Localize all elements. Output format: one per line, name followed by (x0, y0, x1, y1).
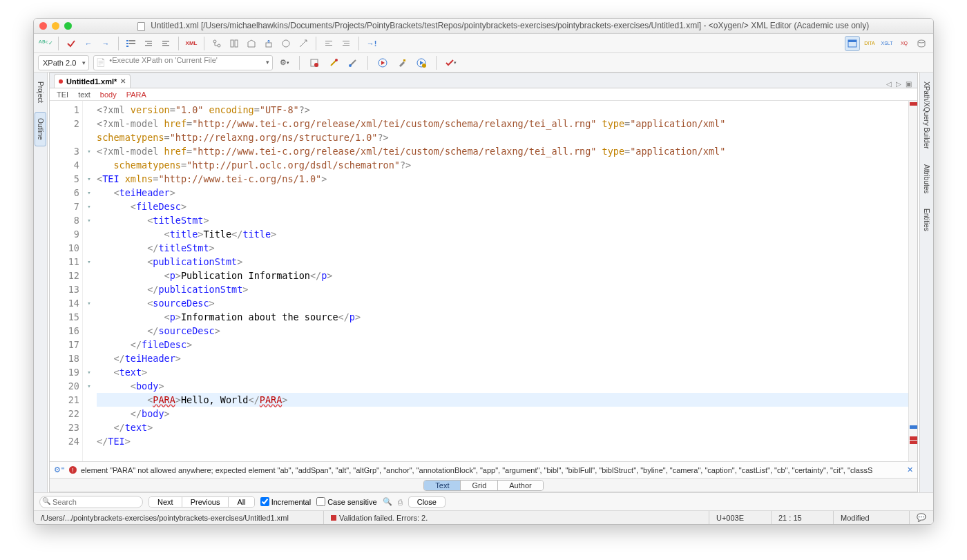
search-input[interactable] (39, 496, 143, 508)
find-close-button[interactable]: Close (408, 496, 446, 508)
fold-toggle (83, 158, 95, 172)
search-icon[interactable]: 🔍 (383, 497, 392, 506)
svg-rect-3 (129, 43, 135, 44)
xpath-builder-rail-tab[interactable]: XPath/XQuery Builder (921, 75, 932, 155)
perspective-db-button[interactable] (914, 36, 929, 51)
svg-rect-8 (162, 41, 169, 42)
forward-button[interactable]: → (98, 36, 113, 51)
view-mode-grid[interactable]: Grid (461, 481, 498, 490)
perspective-xslt-button[interactable]: XSLT (879, 36, 894, 51)
breadcrumb-item[interactable]: TEI (57, 90, 68, 99)
configure-button[interactable] (394, 55, 410, 70)
validation-strip[interactable] (908, 101, 917, 461)
fold-toggle (83, 131, 95, 144)
find-next-button[interactable]: Next (149, 497, 182, 507)
transform-button[interactable] (326, 55, 341, 70)
validation-options-button[interactable]: ▾ (443, 55, 459, 70)
fold-toggle[interactable]: ▾ (83, 186, 95, 200)
archive-button[interactable] (244, 36, 259, 51)
scenario-button[interactable] (307, 55, 322, 70)
format-button[interactable] (321, 36, 336, 51)
spellcheck-button[interactable]: ᴬᴮᶜ✓ (38, 36, 53, 51)
breadcrumb-item[interactable]: PARA (126, 90, 146, 99)
svg-rect-15 (266, 43, 271, 47)
view-mode-author[interactable]: Author (498, 481, 542, 490)
entities-rail-tab[interactable]: Entities (921, 202, 932, 238)
tool-button-2[interactable] (296, 36, 311, 51)
perspective-xml-button[interactable] (845, 36, 860, 51)
svg-point-29 (349, 64, 352, 67)
xml-refactor-button[interactable]: XML (184, 36, 199, 51)
highlight-icon[interactable]: ⎙ (398, 498, 403, 506)
svg-rect-6 (147, 43, 152, 44)
find-all-button[interactable]: All (229, 497, 253, 507)
svg-rect-0 (126, 40, 128, 41)
fold-toggle[interactable]: ▾ (83, 200, 95, 213)
debug-button[interactable] (345, 55, 361, 70)
outdent-button[interactable] (158, 36, 173, 51)
project-rail-tab[interactable]: Project (35, 75, 46, 109)
incremental-checkbox[interactable]: Incremental (260, 497, 311, 506)
status-path: /Users/.../pointybrackets-exercises/poin… (34, 511, 324, 524)
run-locked-button[interactable] (414, 55, 429, 70)
gear-icon[interactable]: ⚙⁼ (54, 465, 65, 474)
titlebar: Untitled1.xml [/Users/michaelhawkins/Doc… (34, 19, 933, 34)
back-button[interactable]: ← (81, 36, 96, 51)
case-sensitive-checkbox[interactable]: Case sensitive (316, 497, 377, 506)
fold-toggle[interactable]: ▾ (83, 144, 95, 158)
close-window-button[interactable] (39, 22, 47, 30)
svg-rect-4 (126, 46, 128, 47)
error-marker-2[interactable] (910, 441, 917, 444)
fold-toggle (83, 407, 95, 421)
perspective-dita-button[interactable]: DITA (862, 36, 877, 51)
generate-button[interactable] (261, 36, 276, 51)
svg-point-12 (218, 44, 220, 47)
close-tab-icon[interactable]: ✕ (120, 77, 126, 85)
compare-button[interactable] (227, 36, 242, 51)
tool-button-1[interactable] (278, 36, 294, 51)
breadcrumb-item[interactable]: body (100, 90, 117, 99)
fold-toggle[interactable]: ▾ (83, 365, 95, 379)
xpath-settings-button[interactable]: ⚙▾ (277, 55, 292, 70)
zoom-window-button[interactable] (64, 22, 72, 30)
perspective-xquery-button[interactable]: XQ (897, 36, 912, 51)
tab-prev-icon[interactable]: ◁ (886, 80, 892, 88)
fold-toggle[interactable]: ▾ (83, 379, 95, 393)
code-editor[interactable]: <?xml version="1.0" encoding="UTF-8"?><?… (95, 101, 908, 461)
dismiss-error-icon[interactable]: ✕ (907, 465, 913, 474)
fold-toggle[interactable]: ▾ (83, 255, 95, 269)
toggle-line-wrap-button[interactable] (124, 36, 139, 51)
xpath-input[interactable]: •Execute XPath on 'Current File' (93, 55, 273, 70)
error-marker[interactable] (910, 436, 917, 440)
svg-rect-2 (126, 43, 128, 44)
fold-toggle[interactable]: ▾ (83, 296, 95, 310)
tab-next-icon[interactable]: ▷ (896, 80, 901, 88)
file-tab[interactable]: Untitled1.xml* ✕ (54, 74, 131, 88)
svn-button[interactable] (209, 36, 224, 51)
tab-list-icon[interactable]: ▣ (906, 80, 912, 88)
svg-rect-10 (162, 45, 169, 46)
fold-toggle (83, 103, 95, 117)
main-toolbar: ᴬᴮᶜ✓ ← → XML →! DITA XSLT XQ (34, 34, 933, 53)
validate-button[interactable] (64, 36, 79, 51)
breadcrumb-item[interactable]: text (78, 90, 90, 99)
goto-error-button[interactable]: →! (364, 36, 379, 51)
window-controls (39, 22, 72, 30)
indent-button[interactable] (141, 36, 156, 51)
outline-rail-tab[interactable]: Outline (35, 112, 46, 146)
attributes-rail-tab[interactable]: Attributes (921, 158, 932, 200)
status-feedback-icon[interactable]: 💬 (910, 511, 933, 524)
find-prev-button[interactable]: Previous (182, 497, 229, 507)
view-mode-text[interactable]: Text (424, 481, 461, 490)
xpath-version-combo[interactable]: XPath 2.0 (38, 55, 89, 70)
run-button[interactable] (375, 55, 390, 70)
minimize-window-button[interactable] (52, 22, 59, 30)
svg-rect-31 (403, 59, 405, 61)
info-marker[interactable] (910, 425, 917, 429)
fold-toggle[interactable]: ▾ (83, 172, 95, 186)
error-overview-marker[interactable] (910, 102, 917, 106)
pretty-print-button[interactable] (338, 36, 354, 51)
fold-toggle[interactable]: ▾ (83, 213, 95, 227)
svg-point-25 (918, 40, 925, 43)
tab-nav: ◁ ▷ ▣ (886, 80, 917, 88)
